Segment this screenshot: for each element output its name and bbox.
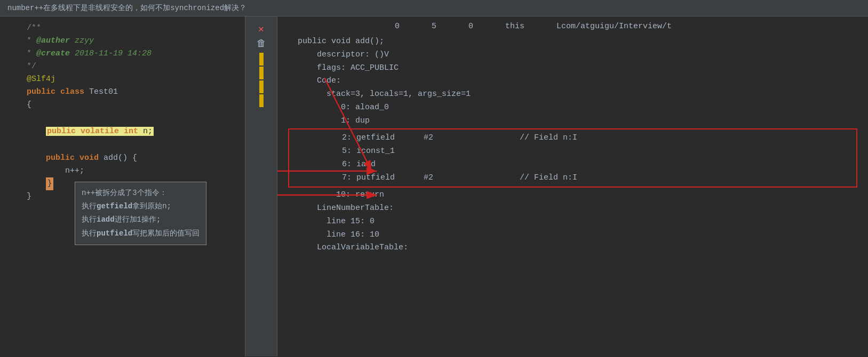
ann-line2: 执行getfield拿到原始n; [82, 200, 200, 213]
yellow-tick-2 [259, 67, 264, 79]
ann-line3: 执行iadd进行加1操作; [82, 213, 200, 226]
code-line-12: n++; [0, 165, 245, 177]
bc-line-6-iadd: 6: iadd [289, 158, 856, 172]
code-content-7: { [27, 99, 31, 111]
line-num-3 [5, 47, 20, 60]
bc-line-7-putfield: 7: putfield #2 // Field n:I [289, 172, 856, 185]
code-line-3: * @create 2018-11-19 14:28 [0, 47, 245, 60]
separator-bar: ✕ 🗑 [245, 17, 277, 356]
closing-brace-orange: } [46, 177, 53, 190]
line-num-5 [5, 73, 20, 86]
yellow-tick-1 [259, 53, 264, 66]
annotation-box: n++被拆分成了3个指令： 执行getfield拿到原始n; 执行iadd进行加… [75, 182, 206, 245]
kw-class-6: class [60, 87, 84, 96]
slf4j-annotation: @Slf4j [27, 73, 55, 86]
method-add: add() { [103, 153, 137, 163]
ann-line1: n++被拆分成了3个指令： [82, 186, 200, 200]
code-line-2: * @auther zzyy [0, 35, 245, 47]
line-num-13 [5, 177, 20, 190]
line-num-12 [5, 165, 20, 177]
code-content-9: public volatile int n; [27, 125, 154, 138]
code-content-4: */ [27, 60, 36, 73]
line-num-1 [5, 22, 20, 35]
right-panel: 0 5 0 this Lcom/atguigu/Interview/t publ… [277, 17, 868, 356]
kw-volatile: volatile [81, 127, 119, 136]
code-content-2: * @auther zzyy [27, 35, 94, 47]
code-content-3: * @create 2018-11-19 14:28 [27, 47, 152, 60]
bc-line-public-void: public void add(); [288, 35, 857, 48]
npp-statement: n++; [65, 166, 84, 175]
create-tag: @create [36, 49, 70, 58]
kw-int: int [124, 127, 138, 136]
close-icon[interactable]: ✕ [258, 23, 264, 35]
yellow-lines [259, 52, 264, 108]
line-num-4 [5, 60, 20, 73]
classname: Test01 [89, 87, 118, 96]
code-line-6: public class Test01 [0, 86, 245, 99]
line-num-2 [5, 35, 20, 47]
ann-line4: 执行putfield写把累加后的值写回 [82, 227, 200, 240]
bc-line-2-getfield: 2: getfield #2 // Field n:I [289, 132, 856, 145]
bc-line-line15: line 15: 0 [288, 215, 857, 229]
bc-line-descriptor: descriptor: ()V [288, 48, 857, 62]
top-bar: number++在多线程下是非线程安全的，如何不加synchronized解决？ [0, 0, 868, 17]
code-content-14: } [27, 190, 31, 203]
kw-public-6: public [27, 87, 55, 96]
bc-line-code: Code: [288, 75, 857, 88]
bc-header-col-0: 0 [395, 22, 400, 31]
code-line-9: public volatile int n; [0, 125, 245, 138]
bc-line-5-iconst: 5: iconst_1 [289, 145, 856, 158]
kw-public-11: public [46, 153, 75, 163]
bc-header-col-0b: 0 [468, 22, 473, 31]
bc-line-localvar: LocalVariableTable: [288, 241, 857, 255]
line-num-14 [5, 190, 20, 203]
bc-header-this: this [505, 22, 524, 31]
auther-val: zzyy [70, 36, 94, 45]
line-num-9 [5, 125, 20, 138]
code-line-1: /** [0, 22, 245, 35]
code-content-1: /** [27, 22, 41, 35]
left-panel: /** * @auther zzyy * @create 2018-11-19 … [0, 17, 245, 356]
red-bordered-box: 2: getfield #2 // Field n:I 5: iconst_1 … [288, 128, 857, 188]
bc-line-stack: stack=3, locals=1, args_size=1 [288, 88, 857, 101]
code-line-10 [0, 138, 245, 152]
code-line-7: { [0, 99, 245, 111]
yellow-tick-4 [259, 94, 264, 107]
code-line-11: public void add() { [0, 152, 245, 165]
bc-header-row: 0 5 0 this Lcom/atguigu/Interview/t [288, 22, 857, 35]
bc-header-lcom: Lcom/atguigu/Interview/t [556, 22, 672, 31]
bc-line-1-dup: 1: dup [288, 115, 857, 128]
right-panel-inner: public void add(); descriptor: ()V flags… [288, 35, 857, 255]
code-line-5: @Slf4j [0, 73, 245, 86]
create-val: 2018-11-19 14:28 [70, 49, 152, 58]
volatile-highlight: public volatile int n; [46, 127, 154, 136]
line-num-7 [5, 99, 20, 111]
line-num-8 [5, 111, 20, 125]
auther-tag: @auther [36, 36, 70, 45]
code-content-6: public class Test01 [27, 86, 118, 99]
bc-line-0-aload: 0: aload_0 [288, 101, 857, 115]
main-container: /** * @auther zzyy * @create 2018-11-19 … [0, 17, 868, 356]
code-content-11: public void add() { [27, 152, 137, 165]
bc-line-linenumber: LineNumberTable: [288, 202, 857, 215]
yellow-tick-3 [259, 80, 264, 93]
line-num-11 [5, 152, 20, 165]
line-num-6 [5, 86, 20, 99]
line-num-10 [5, 138, 20, 152]
code-content-12: n++; [27, 165, 84, 177]
bc-line-flags: flags: ACC_PUBLIC [288, 62, 857, 75]
kw-void-11: void [79, 153, 99, 163]
bc-header-col-5: 5 [432, 22, 436, 31]
code-line-8 [0, 111, 245, 125]
trash-icon[interactable]: 🗑 [257, 38, 266, 49]
bc-line-line16: line 16: 10 [288, 229, 857, 242]
kw-public-9: public [47, 127, 76, 136]
top-bar-text: number++在多线程下是非线程安全的，如何不加synchronized解决？ [7, 4, 246, 12]
bc-line-10-return: 10: return [288, 189, 857, 202]
code-content-13: } [27, 177, 53, 190]
code-line-4: */ [0, 60, 245, 73]
